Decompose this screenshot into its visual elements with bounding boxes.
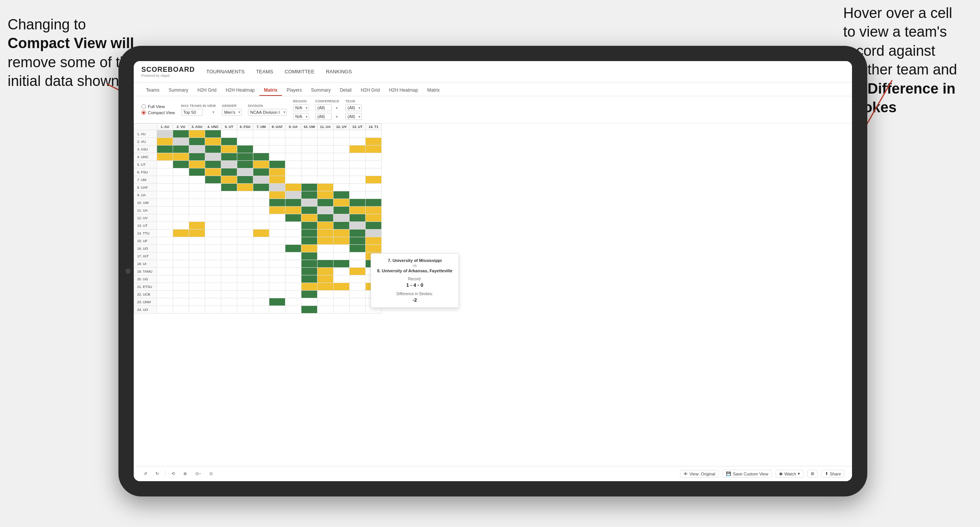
team-select[interactable]: (All) — [345, 104, 362, 111]
matrix-cell[interactable] — [189, 184, 205, 191]
matrix-cell[interactable] — [205, 153, 221, 161]
matrix-cell[interactable] — [334, 161, 350, 168]
matrix-cell[interactable] — [221, 176, 237, 184]
matrix-cell[interactable] — [173, 230, 189, 237]
matrix-cell[interactable] — [285, 145, 301, 153]
full-view-option[interactable]: Full View — [141, 104, 175, 109]
share-button[interactable]: ⬆ Share — [821, 470, 844, 478]
matrix-cell[interactable] — [350, 291, 366, 298]
matrix-cell[interactable] — [269, 230, 285, 237]
matrix-cell[interactable] — [205, 260, 221, 268]
matrix-cell[interactable] — [350, 245, 366, 252]
matrix-cell[interactable] — [173, 161, 189, 168]
matrix-cell[interactable] — [269, 260, 285, 268]
matrix-cell[interactable] — [285, 291, 301, 298]
matrix-cell[interactable] — [317, 161, 334, 168]
matrix-cell[interactable] — [301, 252, 317, 260]
matrix-cell[interactable] — [285, 130, 301, 138]
matrix-cell[interactable] — [173, 145, 189, 153]
matrix-cell[interactable] — [285, 283, 301, 291]
matrix-cell[interactable] — [301, 207, 317, 214]
matrix-cell[interactable] — [317, 298, 334, 306]
matrix-cell[interactable] — [269, 214, 285, 222]
matrix-cell[interactable] — [350, 130, 366, 138]
matrix-cell[interactable] — [157, 291, 173, 298]
matrix-cell[interactable] — [285, 176, 301, 184]
matrix-cell[interactable] — [253, 191, 269, 199]
matrix-cell[interactable] — [205, 138, 221, 145]
division-select[interactable]: NCAA Division I — [248, 109, 287, 116]
matrix-cell[interactable] — [366, 145, 382, 153]
matrix-cell[interactable] — [350, 237, 366, 245]
matrix-cell[interactable] — [269, 306, 285, 314]
matrix-cell[interactable] — [221, 291, 237, 298]
matrix-cell[interactable] — [253, 245, 269, 252]
matrix-cell[interactable] — [334, 252, 350, 260]
matrix-cell[interactable] — [237, 184, 253, 191]
matrix-cell[interactable] — [350, 230, 366, 237]
matrix-cell[interactable] — [205, 207, 221, 214]
matrix-cell[interactable] — [350, 214, 366, 222]
matrix-cell[interactable] — [237, 207, 253, 214]
nav-committee[interactable]: COMMITTEE — [285, 67, 314, 76]
matrix-cell[interactable] — [237, 306, 253, 314]
matrix-cell[interactable] — [237, 245, 253, 252]
tab-matrix-2[interactable]: Matrix — [423, 84, 444, 96]
matrix-cell[interactable] — [173, 275, 189, 283]
matrix-cell[interactable] — [253, 260, 269, 268]
matrix-cell[interactable] — [205, 306, 221, 314]
matrix-cell[interactable] — [237, 283, 253, 291]
matrix-cell[interactable] — [285, 214, 301, 222]
matrix-cell[interactable] — [189, 161, 205, 168]
matrix-cell[interactable] — [189, 145, 205, 153]
matrix-cell[interactable] — [350, 268, 366, 275]
tab-teams[interactable]: Teams — [141, 84, 164, 96]
matrix-cell[interactable] — [350, 168, 366, 176]
matrix-cell[interactable] — [189, 230, 205, 237]
tab-summary-1[interactable]: Summary — [164, 84, 193, 96]
matrix-cell[interactable] — [317, 191, 334, 199]
matrix-cell[interactable] — [221, 168, 237, 176]
matrix-cell[interactable] — [189, 306, 205, 314]
matrix-cell[interactable] — [269, 145, 285, 153]
matrix-cell[interactable] — [317, 176, 334, 184]
matrix-cell[interactable] — [269, 191, 285, 199]
matrix-cell[interactable] — [253, 153, 269, 161]
matrix-cell[interactable] — [205, 168, 221, 176]
matrix-cell[interactable] — [350, 283, 366, 291]
matrix-cell[interactable] — [285, 191, 301, 199]
matrix-cell[interactable] — [317, 252, 334, 260]
matrix-cell[interactable] — [285, 153, 301, 161]
matrix-cell[interactable] — [301, 161, 317, 168]
matrix-cell[interactable] — [269, 161, 285, 168]
matrix-cell[interactable] — [189, 222, 205, 230]
matrix-cell[interactable] — [173, 191, 189, 199]
matrix-cell[interactable] — [205, 145, 221, 153]
matrix-cell[interactable] — [173, 298, 189, 306]
matrix-cell[interactable] — [221, 184, 237, 191]
matrix-cell[interactable] — [334, 153, 350, 161]
matrix-cell[interactable] — [205, 214, 221, 222]
matrix-cell[interactable] — [189, 191, 205, 199]
region-select[interactable]: N/A — [293, 104, 309, 111]
matrix-cell[interactable] — [366, 207, 382, 214]
matrix-cell[interactable] — [205, 275, 221, 283]
matrix-cell[interactable] — [366, 199, 382, 207]
matrix-cell[interactable] — [317, 145, 334, 153]
matrix-cell[interactable] — [317, 207, 334, 214]
matrix-cell[interactable] — [350, 298, 366, 306]
matrix-cell[interactable] — [301, 199, 317, 207]
matrix-cell[interactable] — [301, 222, 317, 230]
matrix-cell[interactable] — [157, 130, 173, 138]
matrix-cell[interactable] — [253, 283, 269, 291]
matrix-cell[interactable] — [221, 237, 237, 245]
matrix-cell[interactable] — [173, 268, 189, 275]
matrix-cell[interactable] — [301, 214, 317, 222]
matrix-cell[interactable] — [334, 214, 350, 222]
conference-select-2[interactable]: (All) — [315, 113, 332, 120]
matrix-cell[interactable] — [285, 207, 301, 214]
matrix-cell[interactable] — [253, 161, 269, 168]
matrix-cell[interactable] — [157, 161, 173, 168]
matrix-cell[interactable] — [221, 298, 237, 306]
matrix-cell[interactable] — [173, 237, 189, 245]
